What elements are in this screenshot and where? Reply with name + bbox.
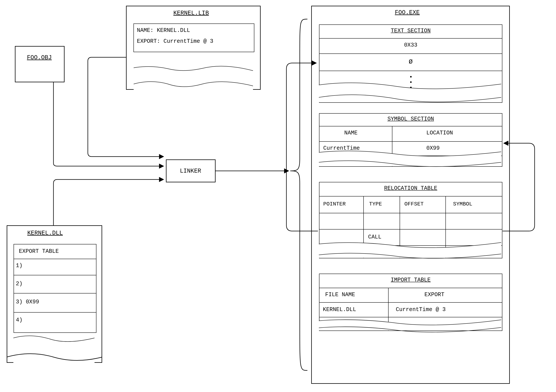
kernel-dll-export-header: EXPORT TABLE bbox=[19, 248, 59, 254]
reloc-col-symbol: SYMBOL bbox=[453, 201, 472, 207]
reloc-col-type: TYPE bbox=[369, 201, 382, 207]
foo-exe-box: FOO.EXE TEXT SECTION 0X33 Ø ••• SYMBOL S… bbox=[311, 6, 510, 384]
kernel-dll-row3: 3) 0X99 bbox=[16, 299, 39, 305]
import-data-export: CurrentTime @ 3 bbox=[396, 307, 446, 313]
kernel-dll-export-table: EXPORT TABLE 1) 2) 3) 0X99 4) bbox=[14, 244, 96, 333]
symbol-col-location: LOCATION bbox=[426, 130, 453, 136]
foo-obj-title: FOO.OBJ bbox=[27, 54, 52, 61]
kernel-dll-box: KERNEL.DLL EXPORT TABLE 1) 2) 3) 0X99 4) bbox=[7, 225, 102, 363]
kernel-lib-inner: NAME: KERNEL.DLL EXPORT: CurrentTime @ 3 bbox=[133, 23, 254, 52]
foo-obj-box: FOO.OBJ bbox=[15, 46, 64, 82]
kernel-lib-export-line: EXPORT: CurrentTime @ 3 bbox=[137, 38, 213, 45]
kernel-dll-row4: 4) bbox=[16, 317, 23, 323]
relocation-table-header: RELOCATION TABLE bbox=[319, 185, 502, 192]
kernel-lib-name-line: NAME: KERNEL.DLL bbox=[137, 27, 190, 34]
import-table-header: IMPORT TABLE bbox=[319, 277, 502, 283]
import-col-export: EXPORT bbox=[425, 292, 444, 298]
reloc-call: CALL bbox=[368, 234, 381, 240]
reloc-col-pointer: POINTER bbox=[323, 201, 346, 207]
text-section-box: TEXT SECTION 0X33 Ø ••• bbox=[319, 24, 502, 103]
linker-label: LINKER bbox=[180, 168, 201, 174]
foo-exe-title: FOO.EXE bbox=[395, 9, 420, 16]
symbol-data-name: CurrentTime bbox=[323, 145, 360, 151]
relocation-table-box: RELOCATION TABLE POINTER TYPE OFFSET SYM… bbox=[319, 182, 502, 258]
text-section-row2: Ø bbox=[319, 58, 502, 65]
symbol-col-name: NAME bbox=[344, 130, 358, 136]
text-section-row1: 0X33 bbox=[319, 42, 502, 48]
kernel-dll-row2: 2) bbox=[16, 281, 23, 287]
kernel-dll-row1: 1) bbox=[16, 262, 23, 269]
symbol-section-header: SYMBOL SECTION bbox=[319, 116, 502, 122]
linker-box: LINKER bbox=[166, 159, 216, 182]
kernel-lib-title: KERNEL.LIB bbox=[173, 10, 209, 16]
symbol-section-box: SYMBOL SECTION NAME LOCATION CurrentTime… bbox=[319, 113, 502, 167]
import-col-file: FILE NAME bbox=[325, 292, 355, 298]
reloc-col-offset: OFFSET bbox=[404, 201, 424, 207]
text-section-header: TEXT SECTION bbox=[319, 28, 502, 34]
symbol-data-location: 0X99 bbox=[426, 145, 440, 151]
kernel-dll-title: KERNEL.DLL bbox=[27, 230, 63, 236]
import-table-box: IMPORT TABLE FILE NAME EXPORT KERNEL.DLL… bbox=[319, 274, 502, 331]
text-section-dots: ••• bbox=[409, 75, 413, 91]
import-data-file: KERNEL.DLL bbox=[323, 307, 356, 313]
kernel-lib-box: KERNEL.LIB NAME: KERNEL.DLL EXPORT: Curr… bbox=[126, 6, 261, 90]
